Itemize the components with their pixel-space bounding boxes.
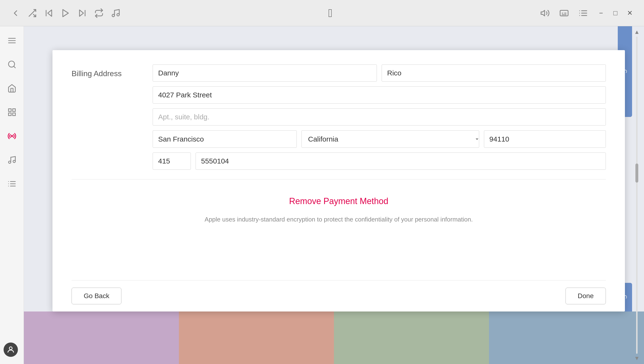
done-button[interactable]: Done [566, 288, 606, 304]
dialog-content: Billing Address [52, 50, 625, 280]
svg-line-21 [14, 66, 15, 68]
remove-payment-section: Remove Payment Method [72, 189, 606, 211]
zip-input[interactable] [484, 130, 606, 148]
svg-point-27 [8, 161, 11, 164]
address-row [153, 86, 606, 104]
svg-rect-23 [13, 109, 15, 112]
sidebar-item-grid[interactable] [5, 105, 19, 119]
sidebar-item-menu[interactable] [5, 34, 19, 48]
minimize-button[interactable]: − [596, 8, 606, 18]
volume-icon[interactable] [539, 7, 551, 19]
maximize-button[interactable]: □ [610, 8, 620, 18]
scroll-thumb [635, 37, 638, 354]
sidebar-item-home[interactable] [5, 81, 19, 96]
apt-row [153, 108, 606, 126]
sidebar [0, 26, 24, 364]
sidebar-item-radio[interactable] [5, 129, 19, 143]
security-notice: Apple uses industry-standard encryption … [72, 211, 606, 233]
svg-point-26 [11, 135, 12, 137]
bg-tile-1 [24, 311, 179, 364]
window-controls: − □ ✕ [596, 8, 634, 18]
svg-rect-25 [13, 113, 15, 116]
next-button[interactable] [76, 7, 88, 19]
state-select[interactable]: AlabamaAlaskaArizonaArkansasCaliforniaCo… [302, 130, 479, 148]
phone-row [153, 153, 606, 170]
bg-tile-3 [334, 311, 489, 364]
scroll-up-arrow[interactable]: ▲ [634, 29, 640, 35]
go-back-button[interactable]: Go Back [72, 288, 122, 304]
svg-marker-2 [48, 10, 52, 16]
sidebar-item-playlist[interactable] [5, 177, 19, 191]
svg-rect-24 [8, 113, 11, 116]
remove-payment-button[interactable]: Remove Payment Method [289, 196, 388, 206]
svg-marker-9 [541, 10, 544, 16]
prev-button[interactable] [43, 7, 55, 19]
svg-marker-4 [63, 10, 68, 17]
phone-input[interactable] [196, 153, 606, 170]
captions-icon[interactable] [558, 7, 570, 19]
area-code-input[interactable] [153, 153, 191, 170]
title-bar:  [0, 0, 644, 26]
now-playing-icon [110, 7, 122, 19]
last-name-input[interactable] [382, 65, 606, 82]
user-avatar[interactable] [4, 342, 18, 357]
street-address-input[interactable] [153, 86, 606, 104]
city-state-zip-row: AlabamaAlaskaArizonaArkansasCaliforniaCo… [153, 130, 606, 148]
close-button[interactable]: ✕ [625, 8, 634, 18]
main-layout: C C ▲ ▼ Billing Address [0, 26, 644, 364]
shuffle-button[interactable] [26, 7, 38, 19]
repeat-button[interactable] [93, 7, 105, 19]
content-area: C C ▲ ▼ Billing Address [24, 26, 644, 364]
svg-point-7 [112, 14, 114, 17]
svg-point-28 [13, 160, 15, 163]
billing-dialog: Billing Address [52, 50, 625, 311]
svg-point-8 [117, 13, 119, 16]
title-bar-center:  [129, 7, 532, 20]
scroll-down-arrow[interactable]: ▼ [634, 355, 640, 361]
title-bar-right: − □ ✕ [539, 7, 634, 19]
bg-tile-2 [179, 311, 334, 364]
apple-logo:  [328, 7, 332, 20]
sidebar-item-music-store[interactable] [5, 153, 19, 167]
billing-fields: AlabamaAlaskaArizonaArkansasCaliforniaCo… [153, 65, 606, 170]
back-button[interactable] [10, 7, 22, 19]
sidebar-item-search[interactable] [5, 57, 19, 72]
svg-rect-22 [8, 109, 11, 112]
apt-input[interactable] [153, 108, 606, 126]
svg-marker-5 [80, 10, 84, 16]
scroll-track [636, 37, 638, 354]
dialog-footer: Go Back Done [52, 280, 625, 311]
city-input[interactable] [153, 130, 297, 148]
name-row [153, 65, 606, 82]
billing-address-label: Billing Address [72, 65, 138, 78]
scroll-bar[interactable]: ▲ ▼ [634, 26, 639, 364]
bg-tile-4 [489, 311, 644, 364]
background-tiles [24, 311, 644, 364]
play-button[interactable] [60, 7, 72, 19]
app-window:  [0, 0, 644, 364]
playback-controls [10, 7, 122, 19]
list-view-icon[interactable] [577, 7, 589, 19]
svg-point-35 [9, 347, 12, 350]
scroll-handle[interactable] [636, 164, 638, 183]
first-name-input[interactable] [153, 65, 377, 82]
billing-address-section: Billing Address [72, 65, 606, 170]
